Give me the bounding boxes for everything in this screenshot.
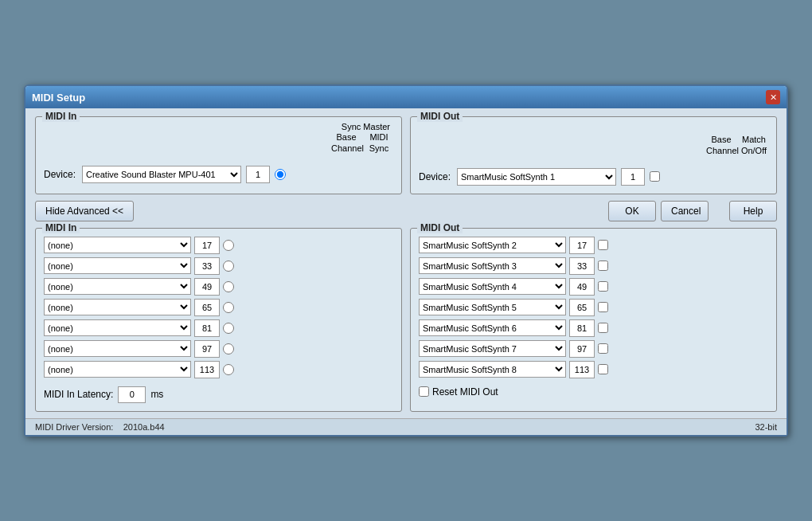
midi-out-adv-checkbox-2[interactable] <box>598 281 608 292</box>
midi-in-adv-select-4[interactable]: (none) <box>44 319 191 336</box>
midi-in-adv-radio-2[interactable] <box>223 281 234 292</box>
midi-out-adv-select-3[interactable]: SmartMusic SoftSynth 5 <box>419 299 566 315</box>
midi-out-adv-channel-4[interactable] <box>569 319 595 337</box>
midi-out-adv-channel-1[interactable] <box>569 257 595 275</box>
midi-out-adv-checkbox-6[interactable] <box>598 364 608 374</box>
midi-out-adv-channel-3[interactable] <box>569 299 595 316</box>
midi-sync-header: MIDISync <box>365 132 393 153</box>
midi-out-adv-checkbox-4[interactable] <box>598 323 608 333</box>
reset-midi-out-checkbox[interactable] <box>419 386 429 397</box>
midi-in-adv-radio-4[interactable] <box>223 323 234 334</box>
midi-in-adv-row: (none) <box>44 340 393 358</box>
midi-in-adv-row: (none) <box>44 278 393 296</box>
device-label-in: Device: <box>44 169 76 180</box>
midi-out-adv-row: SmartMusic SoftSynth 4 <box>419 278 768 296</box>
match-header: MatchOn/Off <box>740 135 768 155</box>
midi-in-adv-select-2[interactable]: (none) <box>44 278 191 295</box>
midi-out-adv-channel-5[interactable] <box>569 340 595 358</box>
midi-in-adv-radio-6[interactable] <box>223 364 234 375</box>
base-channel-header-out: BaseChannel <box>706 135 736 155</box>
midi-out-adv-checkbox-5[interactable] <box>598 343 608 354</box>
midi-out-top-group: MIDI Out BaseChannel MatchOn/Off Device:… <box>410 116 777 194</box>
midi-in-adv-row: (none) <box>44 361 393 378</box>
midi-in-top-group: MIDI In Sync Master BaseChannel MIDISync… <box>35 116 402 194</box>
status-bar: MIDI Driver Version: 2010a.b44 32-bit <box>25 418 787 435</box>
midi-in-adv-channel-0[interactable] <box>194 237 220 254</box>
midi-in-device-select[interactable]: Creative Sound Blaster MPU-401 <box>82 166 241 183</box>
midi-out-channel-input[interactable] <box>621 168 645 186</box>
close-button[interactable]: ✕ <box>766 90 780 104</box>
midi-in-adv-radio-3[interactable] <box>223 302 234 313</box>
midi-in-adv-row: (none) <box>44 237 393 254</box>
midi-in-adv-group: MIDI In (none) (none) (none) (none) <box>35 228 402 412</box>
sync-master-label: Sync Master <box>342 122 390 131</box>
driver-label: MIDI Driver Version: <box>35 422 113 432</box>
latency-label: MIDI In Latency: <box>44 389 113 400</box>
midi-out-adv-select-4[interactable]: SmartMusic SoftSynth 6 <box>419 319 566 336</box>
midi-out-adv-channel-0[interactable] <box>569 237 595 254</box>
midi-in-channel-input[interactable] <box>246 166 270 183</box>
base-channel-header-in: BaseChannel <box>331 132 361 153</box>
midi-setup-dialog: MIDI Setup ✕ MIDI In Sync Master BaseCha… <box>24 84 788 436</box>
midi-in-adv-row: (none) <box>44 319 393 337</box>
midi-out-adv-checkbox-0[interactable] <box>598 240 608 250</box>
midi-out-adv-label: MIDI Out <box>417 222 463 233</box>
midi-out-adv-row: SmartMusic SoftSynth 2 <box>419 237 768 254</box>
midi-out-adv-select-5[interactable]: SmartMusic SoftSynth 7 <box>419 340 566 357</box>
hide-advanced-button[interactable]: Hide Advanced << <box>35 201 134 221</box>
midi-in-adv-select-0[interactable]: (none) <box>44 237 191 253</box>
midi-in-adv-channel-4[interactable] <box>194 319 220 337</box>
midi-in-top-label: MIDI In <box>42 111 80 122</box>
driver-info: MIDI Driver Version: 2010a.b44 <box>35 422 165 432</box>
cancel-button[interactable]: Cancel <box>661 201 709 221</box>
device-label-out: Device: <box>419 171 451 182</box>
midi-in-adv-channel-6[interactable] <box>194 361 220 378</box>
midi-out-adv-channel-2[interactable] <box>569 278 595 296</box>
midi-out-adv-select-0[interactable]: SmartMusic SoftSynth 2 <box>419 237 566 253</box>
midi-out-adv-select-6[interactable]: SmartMusic SoftSynth 8 <box>419 361 566 378</box>
dialog-title: MIDI Setup <box>32 92 85 104</box>
midi-out-adv-channel-6[interactable] <box>569 361 595 378</box>
midi-out-adv-select-1[interactable]: SmartMusic SoftSynth 3 <box>419 257 566 274</box>
midi-out-device-select[interactable]: SmartMusic SoftSynth 1 <box>457 168 616 186</box>
midi-in-adv-select-1[interactable]: (none) <box>44 257 191 274</box>
midi-in-adv-radio-5[interactable] <box>223 343 234 355</box>
midi-out-adv-select-2[interactable]: SmartMusic SoftSynth 4 <box>419 278 566 295</box>
midi-out-adv-row: SmartMusic SoftSynth 3 <box>419 257 768 275</box>
midi-out-adv-row: SmartMusic SoftSynth 7 <box>419 340 768 358</box>
midi-out-match-checkbox[interactable] <box>650 171 660 182</box>
midi-in-adv-select-6[interactable]: (none) <box>44 361 191 378</box>
midi-out-adv-row: SmartMusic SoftSynth 6 <box>419 319 768 337</box>
midi-in-adv-channel-1[interactable] <box>194 257 220 275</box>
midi-out-top-label: MIDI Out <box>417 111 463 122</box>
midi-in-adv-channel-5[interactable] <box>194 340 220 358</box>
midi-in-adv-channel-2[interactable] <box>194 278 220 296</box>
midi-out-adv-group: MIDI Out SmartMusic SoftSynth 2 SmartMus… <box>410 228 777 412</box>
driver-value: 2010a.b44 <box>123 422 165 432</box>
ok-button[interactable]: OK <box>608 201 656 221</box>
midi-in-adv-select-5[interactable]: (none) <box>44 340 191 357</box>
midi-in-adv-radio-1[interactable] <box>223 260 234 272</box>
midi-in-adv-channel-3[interactable] <box>194 299 220 316</box>
midi-out-adv-checkbox-1[interactable] <box>598 260 608 271</box>
midi-in-adv-radio-0[interactable] <box>223 240 234 251</box>
midi-in-adv-label: MIDI In <box>42 222 80 233</box>
reset-midi-out-label: Reset MIDI Out <box>432 386 498 398</box>
midi-out-adv-row: SmartMusic SoftSynth 8 <box>419 361 768 378</box>
latency-unit: ms <box>150 389 163 400</box>
midi-in-sync-radio[interactable] <box>275 169 286 180</box>
help-button[interactable]: Help <box>729 201 777 221</box>
midi-in-adv-row: (none) <box>44 299 393 316</box>
latency-input[interactable] <box>118 386 146 403</box>
bit-label: 32-bit <box>755 422 777 432</box>
title-bar: MIDI Setup ✕ <box>25 86 787 108</box>
midi-out-adv-checkbox-3[interactable] <box>598 302 608 312</box>
midi-out-adv-row: SmartMusic SoftSynth 5 <box>419 299 768 316</box>
midi-in-adv-row: (none) <box>44 257 393 275</box>
midi-in-adv-select-3[interactable]: (none) <box>44 299 191 315</box>
